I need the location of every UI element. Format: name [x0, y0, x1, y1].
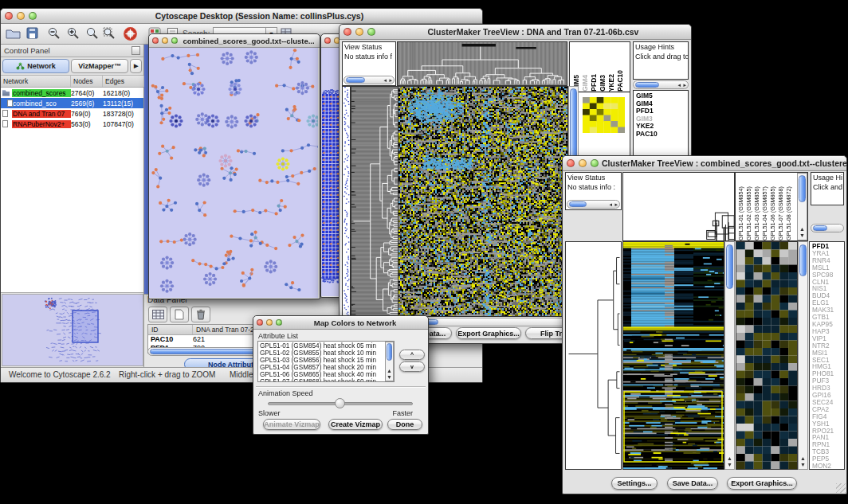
attribute-item[interactable]: GPL51-04 (GSM857) heat shock 20 min — [258, 364, 394, 371]
network-row[interactable]: combined_sco2569(6)13112(15) — [1, 98, 143, 108]
correlation-matrix-canvas[interactable] — [583, 97, 625, 133]
animation-speed-slider-thumb[interactable] — [335, 398, 345, 408]
network-row[interactable]: RNAPuberNov2+563(0)107847(0) — [1, 119, 143, 129]
settings-button[interactable]: Settings... — [611, 477, 658, 490]
column-label: GIM4 — [582, 75, 589, 92]
trash-icon[interactable] — [191, 307, 210, 322]
zoom-button[interactable] — [29, 12, 37, 20]
control-panel-title: Control Panel — [4, 46, 50, 55]
minimize-button[interactable] — [579, 159, 587, 167]
close-button[interactable] — [344, 28, 351, 36]
global-overview-strip[interactable] — [342, 86, 351, 317]
attribute-item[interactable]: GPL51-02 (GSM855) heat shock 10 min — [258, 350, 394, 357]
help-ring-icon[interactable] — [123, 26, 138, 45]
column-label: PFD1 — [591, 74, 598, 92]
zoom-button[interactable] — [591, 159, 599, 167]
zoom-heatmap-vscrollbar[interactable]: ▲▼ — [798, 241, 808, 470]
create-vizmap-button[interactable]: Create Vizmap — [328, 419, 383, 430]
row-dendrogram-canvas[interactable] — [565, 241, 622, 470]
zoom-out-icon[interactable] — [47, 26, 61, 44]
close-button[interactable] — [5, 12, 13, 20]
column-label: GIM3 — [599, 75, 607, 92]
tab-overflow-arrow[interactable]: ▶ — [130, 59, 142, 73]
open-file-icon[interactable] — [6, 26, 21, 43]
zoom-selected-icon[interactable] — [102, 26, 116, 44]
minimize-button[interactable] — [266, 319, 273, 326]
network-overview-thumbnail[interactable] — [2, 294, 143, 366]
minimize-button[interactable] — [355, 28, 363, 36]
zoom-in-icon[interactable] — [66, 26, 80, 44]
zoom-fit-icon[interactable] — [85, 26, 100, 44]
view-status-panel: View Status No status info f ◂▸ — [342, 41, 396, 86]
attribute-item[interactable]: GPL51-01 (GSM854) heat shock 05 min — [258, 342, 394, 350]
resize-grip[interactable] — [836, 483, 846, 493]
view-status-hscrollbar[interactable]: ◂▸ — [344, 76, 395, 84]
column-label: GPL51-08 (GSM872) — [785, 186, 792, 240]
heatmap-vscrollbar[interactable]: ▲▼ — [724, 241, 735, 470]
export-graphics-button[interactable]: Export Graphics... — [456, 327, 521, 339]
column-dendrogram-canvas[interactable] — [398, 42, 567, 85]
minimize-button[interactable] — [162, 37, 168, 44]
zoom-button[interactable] — [367, 28, 375, 36]
gene-label[interactable]: MON2 — [810, 463, 844, 470]
usage-hints-hscrollbar[interactable]: ◂▸ — [633, 80, 689, 89]
attribute-listbox[interactable]: GPL51-01 (GSM854) heat shock 05 minGPL51… — [257, 341, 395, 382]
status-middle-hint: Middle- — [230, 370, 256, 379]
column-labels-vscrollbar[interactable]: ▲▼ — [797, 173, 807, 240]
edges-count: 107847(0) — [103, 120, 144, 128]
table-icon[interactable] — [148, 307, 167, 322]
attribute-list-vscrollbar[interactable]: ▲▼ — [385, 342, 394, 381]
treeview1-titlebar: ClusterMaker TreeView : DNA and Tran 07-… — [340, 25, 691, 40]
network-row[interactable]: DNA and Tran 07769(0)183728(0) — [1, 108, 143, 119]
zoom-button[interactable] — [171, 37, 178, 44]
usage-hints-hscrollbar[interactable] — [811, 224, 844, 232]
attribute-item[interactable]: GPL51-06 (GSM865) heat shock 40 min — [258, 371, 394, 378]
export-graphics-button[interactable]: Export Graphics... — [727, 477, 797, 490]
close-button[interactable] — [567, 159, 575, 167]
network-table-body: combined_scores2764(0)16218(0)combined_s… — [1, 88, 143, 129]
float-panel-icon[interactable] — [132, 46, 140, 55]
close-button[interactable] — [152, 37, 159, 44]
new-doc-icon[interactable] — [170, 307, 189, 322]
column-dendrogram-can vas[interactable] — [623, 173, 734, 240]
usage-hints-info: Click and drag tc — [634, 52, 688, 61]
column-label: PAC10 — [617, 70, 624, 92]
done-button[interactable]: Done — [387, 419, 422, 430]
animate-vizmap-button[interactable]: Animate Vizmap — [263, 419, 320, 430]
usage-hints-title: Usage Hints — [634, 42, 688, 52]
move-up-button[interactable]: ^ — [399, 350, 425, 360]
usage-hints-panel: Usage Hi Click and — [811, 172, 844, 205]
column-label: GPL51-03 (GSM856) — [753, 186, 760, 240]
network-name: RNAPuberNov2+ — [12, 120, 71, 128]
move-down-button[interactable]: v — [399, 361, 425, 372]
column-label: GPL51-04 (GSM857) — [761, 186, 768, 240]
row-dendrogram-canvas[interactable] — [351, 86, 399, 317]
usage-hints-info: Click and — [811, 182, 843, 192]
network-name: DNA and Tran 07 — [12, 110, 71, 118]
save-icon[interactable] — [26, 26, 40, 43]
gene-label[interactable]: PAC10 — [634, 131, 688, 139]
tab-network[interactable]: Network — [2, 59, 69, 73]
heatmap-canvas[interactable] — [398, 86, 568, 317]
network-view-canvas[interactable] — [149, 48, 318, 298]
nodes-count: 563(0) — [71, 120, 103, 128]
folder-icon — [2, 89, 10, 96]
close-button[interactable] — [257, 319, 263, 326]
tab-vizmapper[interactable]: VizMapper™ — [71, 59, 128, 73]
network-row[interactable]: combined_scores2764(0)16218(0) — [1, 88, 143, 98]
minimize-button[interactable] — [17, 12, 25, 20]
nodes-count: 2764(0) — [71, 89, 103, 97]
heatmap-canvas[interactable] — [622, 241, 724, 470]
attribute-item[interactable]: GPL51-07 (GSM868) heat shock 60 min — [258, 378, 394, 382]
view-status-hscrollbar[interactable]: ◂▸ — [567, 200, 620, 209]
network-view-window: combined_scores_good.txt--cluste... — [148, 33, 320, 299]
save-data-button[interactable]: Save Data... — [667, 477, 718, 490]
close-button[interactable] — [324, 37, 331, 44]
nodes-count: 769(0) — [71, 110, 103, 118]
zoom-button[interactable] — [276, 319, 282, 326]
dialog-titlebar: Map Colors to Network — [253, 316, 428, 330]
zoom-heatmap-canvas[interactable] — [736, 241, 798, 470]
attribute-item[interactable]: GPL51-03 (GSM856) heat shock 15 min — [258, 357, 394, 364]
main-titlebar: Cytoscape Desktop (Session Name: collins… — [1, 9, 482, 24]
column-label: GPL51-02 (GSM855) — [745, 186, 752, 240]
